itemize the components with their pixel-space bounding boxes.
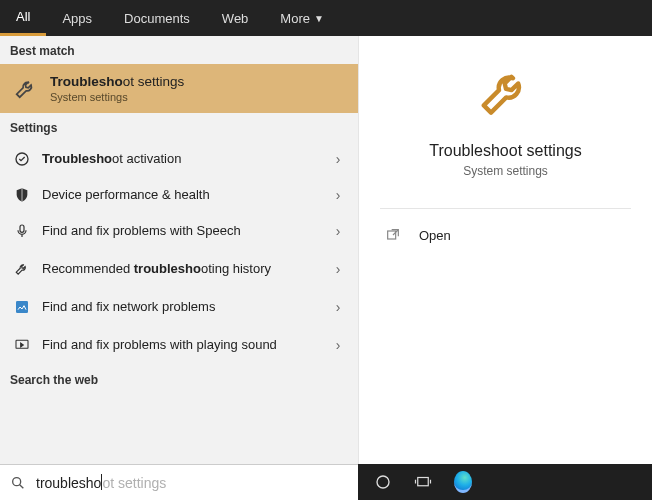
item-network[interactable]: Find and fix network problems ›	[0, 289, 358, 325]
bottom-bar: troubleshoot settings	[0, 464, 652, 500]
preview-sub: System settings	[463, 164, 548, 178]
item-device-health[interactable]: Device performance & health ›	[0, 177, 358, 213]
chevron-down-icon: ▼	[314, 13, 324, 24]
item-speech-label: Find and fix problems with Speech	[42, 223, 320, 240]
best-match-sub: System settings	[50, 91, 184, 103]
task-view-icon[interactable]	[414, 473, 432, 491]
wrench-icon-large	[475, 62, 537, 124]
svg-rect-1	[20, 225, 24, 232]
results-list: Best match Troubleshoot settings System …	[0, 36, 358, 464]
tab-web[interactable]: Web	[206, 0, 265, 36]
item-network-label: Find and fix network problems	[42, 299, 320, 316]
main-area: Best match Troubleshoot settings System …	[0, 36, 652, 464]
svg-point-5	[13, 477, 21, 485]
header-search-web: Search the web	[0, 365, 358, 393]
chevron-right-icon: ›	[330, 223, 346, 239]
item-sound-label: Find and fix problems with playing sound	[42, 337, 320, 354]
open-icon	[385, 227, 403, 243]
item-device-health-label: Device performance & health	[42, 187, 320, 204]
microphone-icon	[12, 221, 32, 241]
header-best-match: Best match	[0, 36, 358, 64]
chevron-right-icon: ›	[330, 337, 346, 353]
best-match-text: Troubleshoot settings System settings	[50, 74, 184, 103]
tab-documents[interactable]: Documents	[108, 0, 206, 36]
top-tabs: All Apps Documents Web More ▼	[0, 0, 652, 36]
search-icon	[10, 475, 26, 491]
open-label: Open	[419, 228, 451, 243]
item-recommended[interactable]: Recommended troubleshooting history ›	[0, 249, 358, 289]
chevron-right-icon: ›	[330, 299, 346, 315]
wrench-icon	[12, 259, 32, 279]
cortana-icon[interactable]	[374, 473, 392, 491]
sound-icon	[12, 335, 32, 355]
shield-icon	[12, 185, 32, 205]
item-speech[interactable]: Find and fix problems with Speech ›	[0, 213, 358, 249]
search-input[interactable]: troubleshoot settings	[0, 464, 358, 500]
best-match-row[interactable]: Troubleshoot settings System settings	[0, 64, 358, 113]
network-icon	[12, 297, 32, 317]
svg-point-6	[377, 476, 389, 488]
svg-rect-4	[388, 231, 396, 239]
open-action[interactable]: Open	[359, 223, 652, 247]
best-match-title: Troubleshoot settings	[50, 74, 184, 89]
tab-more-label: More	[280, 11, 310, 26]
tab-all[interactable]: All	[0, 0, 46, 36]
tab-apps[interactable]: Apps	[46, 0, 108, 36]
search-text: troubleshoot settings	[36, 474, 166, 492]
taskbar	[358, 464, 652, 500]
svg-rect-7	[418, 478, 429, 486]
tab-more[interactable]: More ▼	[264, 0, 340, 36]
preview-pane: Troubleshoot settings System settings Op…	[358, 36, 652, 464]
chevron-right-icon: ›	[330, 261, 346, 277]
check-circle-icon	[12, 149, 32, 169]
item-activation[interactable]: Troubleshoot activation ›	[0, 141, 358, 177]
preview-title: Troubleshoot settings	[429, 142, 581, 160]
chevron-right-icon: ›	[330, 187, 346, 203]
svg-rect-2	[16, 301, 28, 313]
divider	[380, 208, 632, 209]
wrench-icon	[12, 75, 40, 103]
item-sound[interactable]: Find and fix problems with playing sound…	[0, 325, 358, 365]
chevron-right-icon: ›	[330, 151, 346, 167]
item-activation-label: Troubleshoot activation	[42, 151, 320, 168]
header-settings: Settings	[0, 113, 358, 141]
item-recommended-label: Recommended troubleshooting history	[42, 261, 320, 278]
edge-icon[interactable]	[454, 473, 472, 491]
